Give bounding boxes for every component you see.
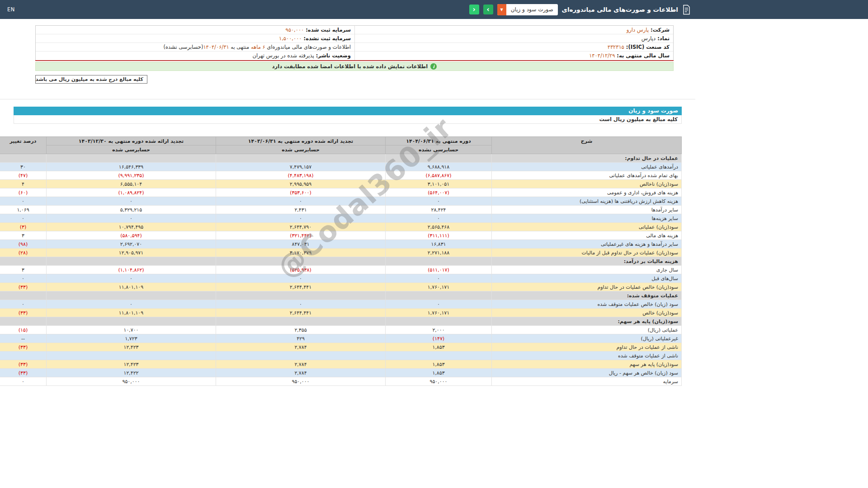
report-icon	[682, 5, 691, 15]
section-header-row: عملیات در حال تداوم:	[0, 154, 682, 163]
top-navbar: اطلاعات و صورت‌های مالی میاندوره‌ای صورت…	[0, 0, 868, 19]
statement-row: سایر هزینه‌ها۰۰۰۰	[0, 214, 682, 223]
value-restated-annual-period: ۰	[47, 274, 216, 283]
info-value: پذیرفته شده در بورس تهران	[253, 52, 314, 59]
section-divider	[0, 99, 695, 99]
value-change-percent	[0, 257, 47, 266]
col-header-restated-annual-period: تجدید ارائه شده دوره منتهی به ۱۴۰۳/۱۲/۳۰	[47, 137, 216, 145]
value-restated-prior-period: (۵۲۵,۹۳۸)	[216, 266, 386, 274]
value-restated-annual-period: ۱۱,۸۰۱,۱۰۹	[47, 283, 216, 291]
value-current-period: ۰	[386, 214, 492, 223]
value-restated-prior-period: ۲,۷۸۴	[216, 343, 386, 352]
amounts-unit-note-box: کلیه مبالغ درج شده به میلیون ریال می باش…	[35, 75, 147, 84]
statement-row: سال جاری(۵۱۱,۰۱۷)(۵۲۵,۹۳۸)(۱,۱۰۴,۸۶۲)۳	[0, 266, 682, 274]
value-change-percent: (۳۳)	[0, 283, 47, 291]
value-restated-annual-period: ۱۲,۴۲۳	[47, 343, 216, 352]
value-restated-annual-period: ۰	[47, 300, 216, 309]
info-value: (حسابرسی نشده)	[164, 44, 203, 50]
statement-row: سود(زیان) عملیاتی۲,۵۶۵,۴۶۸۲,۶۴۴,۷۹۰۱۰,۷۹…	[0, 223, 682, 231]
value-current-period: (۵۶۴,۰۰۷)	[386, 188, 492, 197]
row-label: عملیات در حال تداوم:	[492, 154, 682, 163]
value-current-period: ۱۶,۸۳۱	[386, 240, 492, 249]
value-restated-prior-period: ۰	[216, 300, 386, 309]
info-value: پارس دارو	[627, 27, 649, 33]
row-label: بهای تمام شده درآمدهای عملیاتی	[492, 171, 682, 180]
row-label: سرمایه	[492, 377, 682, 386]
value-restated-prior-period: ۲,۴۳۱	[216, 206, 386, 214]
prev-report-button[interactable]: ‹	[469, 5, 479, 14]
info-value: ۱۴۰۴/۱۲/۲۹	[589, 52, 615, 59]
statement-row: سود (زیان) خالص عملیات متوقف شده۰۰۰۰	[0, 300, 682, 309]
value-change-percent: ۰	[0, 300, 47, 309]
company-info-section: شرکت: پارس دارونماد: دپارسکد صنعت (ISIC)…	[35, 25, 674, 84]
info-label: شرکت:	[649, 27, 670, 33]
value-change-percent: (۲۸)	[0, 249, 47, 257]
statement-row: سود (زیان) خالص هر سهم - ریال۱,۸۵۳۲,۷۸۴۱…	[0, 369, 682, 377]
value-restated-annual-period	[47, 257, 216, 266]
value-change-percent: ۰	[0, 214, 47, 223]
row-label: هزینه های مالی	[492, 231, 682, 240]
table-header-row: شرح دوره منتهی به ۱۴۰۴/۰۶/۳۱ تجدید ارائه…	[0, 137, 682, 145]
statement-title-bar: صورت سود و زیان	[14, 107, 682, 115]
value-change-percent: --	[0, 334, 47, 343]
col-header-current-period: دوره منتهی به ۱۴۰۴/۰۶/۳۱	[386, 137, 492, 145]
value-restated-annual-period: ۰	[47, 214, 216, 223]
col-header-description: شرح	[492, 137, 682, 154]
value-current-period: ۱,۸۵۳	[386, 360, 492, 369]
value-current-period: ۰	[386, 197, 492, 206]
value-current-period: ۱,۸۵۳	[386, 369, 492, 377]
value-current-period: ۲,۲۷۱,۱۸۸	[386, 249, 492, 257]
value-change-percent: ۳	[0, 231, 47, 240]
statement-row: سود(زیان) ناخالص۳,۱۰۱,۰۵۱۲,۹۹۵,۹۵۹۶,۵۵۵,…	[0, 180, 682, 188]
row-label: سود(زیان) عملیاتی	[492, 223, 682, 231]
report-type-select[interactable]: صورت سود و زیان ▼	[497, 4, 558, 15]
value-restated-prior-period: ۰	[216, 274, 386, 283]
value-change-percent: ۱,۰۶۹	[0, 206, 47, 214]
value-restated-annual-period: ۱۲,۴۲۳	[47, 360, 216, 369]
row-label: هزینه مالیات بر درآمد:	[492, 257, 682, 266]
banner-text: اطلاعات نمایش داده شده با اطلاعات امضا ش…	[272, 63, 428, 70]
page-container: شرکت: پارس دارونماد: دپارسکد صنعت (ISIC)…	[0, 25, 695, 386]
subheader-unaudited: حسابرسی نشده	[386, 145, 492, 154]
info-label: سرمایه ثبت شده:	[304, 27, 351, 33]
company-info-row: سال مالی منتهی به: ۱۴۰۴/۱۲/۲۹	[355, 52, 673, 60]
section-header-row: هزینه مالیات بر درآمد:	[0, 257, 682, 266]
next-report-button[interactable]: ›	[483, 5, 493, 14]
company-info-row: وضعیت ناشر: پذیرفته شده در بورس تهران	[36, 52, 354, 60]
value-restated-prior-period: (۴,۴۸۳,۱۹۸)	[216, 171, 386, 180]
row-label: سود(زیان) عملیات در حال تداوم قبل از مال…	[492, 249, 682, 257]
row-label: غیرعملیاتی (ریال)	[492, 334, 682, 343]
value-current-period: ۱,۷۶۰,۱۷۱	[386, 309, 492, 317]
info-value: ۱۴۰۴/۰۶/۳۱	[203, 44, 229, 50]
value-restated-prior-period: ۲,۶۴۴,۷۹۰	[216, 223, 386, 231]
spacer	[14, 124, 682, 136]
row-label: هزینه کاهش ارزش دریافتنی ها (هزینه استثن…	[492, 197, 682, 206]
section-header-row: سود(زیان) پایه هر سهم:	[0, 317, 682, 326]
row-label: سال جاری	[492, 266, 682, 274]
value-restated-annual-period: ۱۰,۷۹۴,۴۹۵	[47, 223, 216, 231]
info-value: اطلاعات و صورت‌های مالی میاندوره‌ای	[265, 44, 351, 50]
company-info-row: شرکت: پارس دارو	[355, 26, 673, 34]
statement-row: سود(زیان) خالص عملیات در حال تداوم۱,۷۶۰,…	[0, 283, 682, 291]
value-restated-annual-period	[47, 291, 216, 300]
row-label: عملیاتی (ریال)	[492, 326, 682, 334]
statement-row: ناشی از عملیات متوقف شده	[0, 352, 682, 360]
statement-row: بهای تمام شده درآمدهای عملیاتی(۶,۵۸۷,۸۶۷…	[0, 171, 682, 180]
page-title: اطلاعات و صورت‌های مالی میاندوره‌ای	[562, 6, 678, 13]
row-label: ناشی از عملیات متوقف شده	[492, 352, 682, 360]
value-change-percent: ۳	[0, 266, 47, 274]
company-info-row: سرمایه ثبت نشده: ۱,۵۰۰,۰۰۰	[36, 34, 354, 43]
value-restated-annual-period: ۵,۳۲۹,۲۱۵	[47, 206, 216, 214]
value-restated-prior-period: ۲,۶۴۴,۴۴۱	[216, 283, 386, 291]
row-label: سود(زیان) ناخالص	[492, 180, 682, 188]
value-current-period: ۲,۵۶۵,۴۶۸	[386, 223, 492, 231]
row-label: سود(زیان) پایه هر سهم:	[492, 317, 682, 326]
row-label: سایر هزینه‌ها	[492, 214, 682, 223]
value-change-percent	[0, 317, 47, 326]
language-switch-en[interactable]: EN	[7, 6, 15, 13]
value-change-percent	[0, 291, 47, 300]
info-label: کد صنعت (ISIC):	[624, 44, 670, 50]
value-restated-prior-period	[216, 154, 386, 163]
statement-row: غیرعملیاتی (ریال)(۱۴۷)۴۲۹۱,۷۲۳--	[0, 334, 682, 343]
value-change-percent	[0, 154, 47, 163]
